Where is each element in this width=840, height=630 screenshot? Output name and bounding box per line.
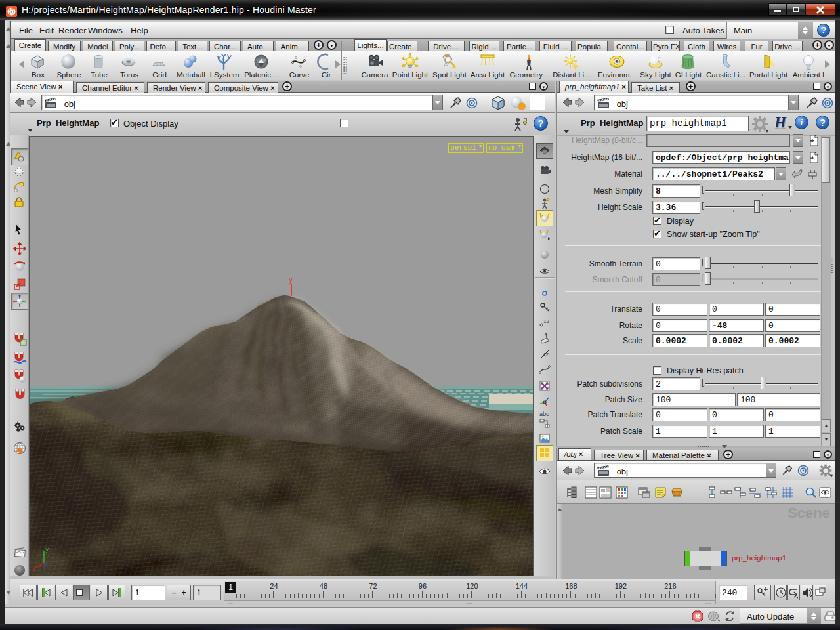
svg-text:12: 12 bbox=[543, 318, 549, 324]
svg-text:y: y bbox=[289, 277, 293, 284]
svg-text:y: y bbox=[45, 547, 49, 553]
svg-text:42: 42 bbox=[543, 352, 549, 358]
svg-text:x: x bbox=[32, 567, 35, 574]
